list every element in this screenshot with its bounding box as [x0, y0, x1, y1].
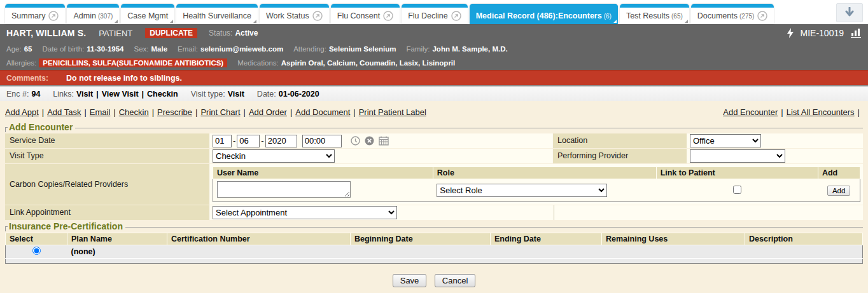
tab-documents[interactable]: Documents (275): [691, 4, 774, 24]
tab-label: Admin: [73, 11, 95, 20]
links-label: Links:: [53, 90, 74, 99]
tab-count: (307): [98, 13, 113, 20]
family-label: Family:: [406, 45, 430, 53]
cc-role-select[interactable]: Select Role: [437, 184, 607, 197]
list-all-encounters-link[interactable]: List All Encounters: [787, 107, 855, 117]
tab-overflow-button[interactable]: [836, 3, 863, 22]
add-document-link[interactable]: Add Document: [295, 107, 350, 117]
patient-type: PATIENT: [99, 29, 132, 38]
clear-icon[interactable]: [365, 136, 374, 146]
ins-plan-name: (none): [71, 247, 95, 256]
print-chart-link[interactable]: Print Chart: [200, 107, 240, 117]
external-link-icon: [383, 11, 393, 21]
add-order-link[interactable]: Add Order: [249, 107, 287, 117]
ins-header-cert-number: Certification Number: [167, 233, 351, 245]
enc-number-value: 94: [31, 90, 40, 99]
calendar-icon[interactable]: [379, 136, 389, 146]
checkin-link[interactable]: Checkin: [119, 107, 149, 117]
tab-test-results[interactable]: Test Results (65): [620, 4, 689, 24]
dropdown-corner-icon: [613, 20, 617, 23]
carbon-copies-label: Carbon Copies/Related Providers: [5, 164, 210, 205]
link-visit[interactable]: Visit: [76, 90, 93, 99]
medications-value: Aspirin Oral, Calcium, Coumadin, Lasix, …: [281, 59, 456, 67]
visit-type-row: Visit Type Checkin Performing Provider: [5, 149, 863, 163]
ins-row-none: (none): [6, 245, 863, 259]
tab-label: Flu Consent: [337, 11, 380, 20]
tab-count: (6): [604, 13, 612, 20]
visit-type-label: Visit Type: [5, 149, 210, 163]
tab-medical-record-encounters[interactable]: Medical Record (486):Encounters (6): [470, 4, 618, 24]
comments-label: Comments:: [6, 74, 48, 83]
lightning-icon[interactable]: [787, 28, 794, 38]
ins-header-plan-name: Plan Name: [67, 233, 167, 245]
cc-link-to-patient-checkbox[interactable]: [733, 186, 741, 194]
ins-filler-row: [6, 259, 863, 264]
insurance-precert-legend: Insurance Pre-Certification: [5, 221, 863, 231]
email-link[interactable]: Email: [90, 107, 111, 117]
service-date-day-input[interactable]: [237, 135, 260, 147]
tab-health-surveillance[interactable]: Health Surveillance: [176, 4, 258, 24]
add-task-link[interactable]: Add Task: [47, 107, 81, 117]
tab-work-status[interactable]: Work Status: [260, 4, 329, 24]
status-label: Status:: [209, 29, 232, 37]
performing-provider-select[interactable]: [690, 149, 785, 163]
dob-value: 11-30-1954: [87, 45, 123, 53]
performing-provider-label: Performing Provider: [552, 149, 687, 163]
location-select[interactable]: Office: [690, 134, 761, 147]
tab-label: Flu Decline: [408, 11, 448, 20]
ins-select-radio[interactable]: [32, 247, 41, 255]
print-patient-label-link[interactable]: Print Patient Label: [359, 107, 426, 117]
visit-type-label: Visit type:: [191, 90, 225, 99]
save-button[interactable]: Save: [393, 274, 427, 287]
add-appt-link[interactable]: Add Appt: [5, 107, 39, 117]
attending-label: Attending:: [293, 45, 326, 53]
enc-number-label: Enc #:: [6, 90, 29, 99]
ins-header-beginning-date: Beginning Date: [351, 233, 491, 245]
add-encounter-link[interactable]: Add Encounter: [723, 107, 778, 117]
empty-cell: [554, 205, 863, 220]
duplicate-badge[interactable]: DUPLICATE: [145, 28, 197, 38]
tab-label: Documents: [697, 11, 738, 20]
tab-summary[interactable]: Summary: [5, 4, 65, 24]
external-link-icon: [757, 11, 767, 21]
date-label: Date:: [257, 90, 276, 99]
link-checkin[interactable]: Checkin: [147, 90, 178, 99]
service-date-label: Service Date: [5, 133, 210, 148]
sex-value: Male: [151, 45, 168, 53]
allergies-label: Allergies:: [6, 59, 36, 67]
insurance-precert-table: Select Plan Name Certification Number Be…: [5, 233, 863, 264]
service-date-year-input[interactable]: [265, 135, 297, 147]
date-separator: -: [261, 136, 263, 146]
cc-input-row: Select Role Add: [213, 179, 860, 202]
ins-header-ending-date: Ending Date: [491, 233, 602, 245]
tab-flu-consent[interactable]: Flu Consent: [331, 4, 400, 24]
age-label: Age:: [6, 45, 22, 53]
visit-type-select[interactable]: Checkin: [213, 149, 335, 163]
section-title: Insurance Pre-Certification: [8, 221, 125, 231]
service-time-input[interactable]: [302, 135, 342, 147]
cc-add-button[interactable]: Add: [827, 186, 850, 196]
section-title: Add Encounter: [8, 122, 75, 132]
tab-label: Work Status: [266, 11, 309, 20]
date-separator: -: [233, 136, 235, 146]
link-appointment-select[interactable]: Select Appointment: [213, 206, 397, 219]
external-link-icon: [451, 11, 461, 21]
flowsheet-icon[interactable]: [850, 28, 862, 38]
allergies-badge[interactable]: PENICILLINS, SULFA(SULFONAMIDE ANTIBIOTI…: [39, 58, 227, 67]
cc-user-name-input[interactable]: [217, 181, 351, 198]
prescribe-link[interactable]: Prescribe: [157, 107, 192, 117]
ins-header-remaining-uses: Remaining Uses: [602, 233, 745, 245]
ins-header-description: Description: [745, 233, 863, 245]
clock-icon[interactable]: [351, 136, 360, 146]
link-view-visit[interactable]: View Visit: [102, 90, 139, 99]
cancel-button[interactable]: Cancel: [435, 274, 475, 287]
service-date-month-input[interactable]: [213, 135, 232, 147]
chart-id[interactable]: MIE-10019: [801, 28, 844, 38]
tab-label: Health Surveillance: [183, 11, 251, 20]
tab-case-mgmt[interactable]: Case Mgmt: [121, 4, 174, 24]
tab-flu-decline[interactable]: Flu Decline: [402, 4, 468, 24]
tab-admin[interactable]: Admin (307): [67, 4, 119, 24]
location-label: Location: [552, 133, 687, 148]
date-value: 01-06-2020: [279, 90, 319, 99]
attending-value: Selenium Selenium: [329, 45, 396, 53]
